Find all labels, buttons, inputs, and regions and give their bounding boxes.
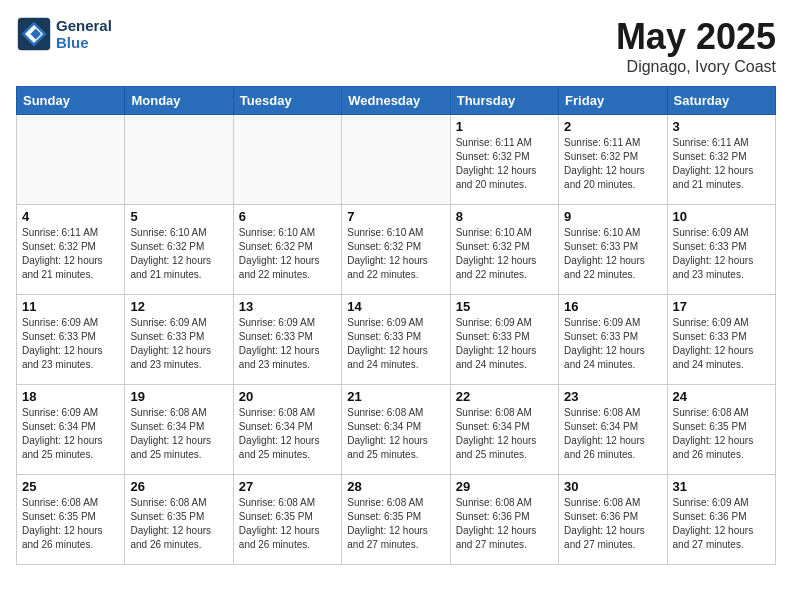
day-info: Sunrise: 6:08 AM Sunset: 6:34 PM Dayligh…: [564, 406, 661, 462]
calendar-cell: [17, 115, 125, 205]
day-number: 5: [130, 209, 227, 224]
weekday-header-row: SundayMondayTuesdayWednesdayThursdayFrid…: [17, 87, 776, 115]
calendar-cell: 26Sunrise: 6:08 AM Sunset: 6:35 PM Dayli…: [125, 475, 233, 565]
calendar-cell: 10Sunrise: 6:09 AM Sunset: 6:33 PM Dayli…: [667, 205, 775, 295]
calendar-cell: 25Sunrise: 6:08 AM Sunset: 6:35 PM Dayli…: [17, 475, 125, 565]
calendar-cell: 13Sunrise: 6:09 AM Sunset: 6:33 PM Dayli…: [233, 295, 341, 385]
day-number: 22: [456, 389, 553, 404]
calendar-cell: 24Sunrise: 6:08 AM Sunset: 6:35 PM Dayli…: [667, 385, 775, 475]
weekday-header-monday: Monday: [125, 87, 233, 115]
calendar-cell: 27Sunrise: 6:08 AM Sunset: 6:35 PM Dayli…: [233, 475, 341, 565]
day-number: 28: [347, 479, 444, 494]
day-info: Sunrise: 6:08 AM Sunset: 6:35 PM Dayligh…: [130, 496, 227, 552]
day-number: 4: [22, 209, 119, 224]
day-number: 23: [564, 389, 661, 404]
logo-icon: [16, 16, 52, 52]
calendar-week-2: 4Sunrise: 6:11 AM Sunset: 6:32 PM Daylig…: [17, 205, 776, 295]
weekday-header-wednesday: Wednesday: [342, 87, 450, 115]
calendar-cell: 30Sunrise: 6:08 AM Sunset: 6:36 PM Dayli…: [559, 475, 667, 565]
calendar-table: SundayMondayTuesdayWednesdayThursdayFrid…: [16, 86, 776, 565]
day-info: Sunrise: 6:11 AM Sunset: 6:32 PM Dayligh…: [564, 136, 661, 192]
day-number: 6: [239, 209, 336, 224]
day-number: 17: [673, 299, 770, 314]
day-info: Sunrise: 6:10 AM Sunset: 6:33 PM Dayligh…: [564, 226, 661, 282]
day-number: 9: [564, 209, 661, 224]
day-number: 11: [22, 299, 119, 314]
day-number: 15: [456, 299, 553, 314]
day-info: Sunrise: 6:10 AM Sunset: 6:32 PM Dayligh…: [239, 226, 336, 282]
day-info: Sunrise: 6:10 AM Sunset: 6:32 PM Dayligh…: [347, 226, 444, 282]
day-info: Sunrise: 6:08 AM Sunset: 6:35 PM Dayligh…: [347, 496, 444, 552]
day-number: 12: [130, 299, 227, 314]
day-number: 8: [456, 209, 553, 224]
day-info: Sunrise: 6:09 AM Sunset: 6:33 PM Dayligh…: [347, 316, 444, 372]
day-info: Sunrise: 6:09 AM Sunset: 6:33 PM Dayligh…: [564, 316, 661, 372]
calendar-cell: 1Sunrise: 6:11 AM Sunset: 6:32 PM Daylig…: [450, 115, 558, 205]
day-number: 20: [239, 389, 336, 404]
calendar-cell: 23Sunrise: 6:08 AM Sunset: 6:34 PM Dayli…: [559, 385, 667, 475]
calendar-cell: 3Sunrise: 6:11 AM Sunset: 6:32 PM Daylig…: [667, 115, 775, 205]
calendar-cell: 16Sunrise: 6:09 AM Sunset: 6:33 PM Dayli…: [559, 295, 667, 385]
calendar-cell: 31Sunrise: 6:09 AM Sunset: 6:36 PM Dayli…: [667, 475, 775, 565]
day-info: Sunrise: 6:08 AM Sunset: 6:35 PM Dayligh…: [673, 406, 770, 462]
title-block: May 2025 Dignago, Ivory Coast: [616, 16, 776, 76]
weekday-header-friday: Friday: [559, 87, 667, 115]
calendar-cell: [125, 115, 233, 205]
calendar-cell: 20Sunrise: 6:08 AM Sunset: 6:34 PM Dayli…: [233, 385, 341, 475]
day-info: Sunrise: 6:09 AM Sunset: 6:33 PM Dayligh…: [456, 316, 553, 372]
day-info: Sunrise: 6:11 AM Sunset: 6:32 PM Dayligh…: [673, 136, 770, 192]
day-number: 31: [673, 479, 770, 494]
calendar-cell: 15Sunrise: 6:09 AM Sunset: 6:33 PM Dayli…: [450, 295, 558, 385]
calendar-cell: [233, 115, 341, 205]
calendar-cell: 29Sunrise: 6:08 AM Sunset: 6:36 PM Dayli…: [450, 475, 558, 565]
calendar-cell: 19Sunrise: 6:08 AM Sunset: 6:34 PM Dayli…: [125, 385, 233, 475]
day-info: Sunrise: 6:08 AM Sunset: 6:36 PM Dayligh…: [456, 496, 553, 552]
month-title: May 2025: [616, 16, 776, 58]
day-number: 2: [564, 119, 661, 134]
day-info: Sunrise: 6:08 AM Sunset: 6:35 PM Dayligh…: [22, 496, 119, 552]
day-number: 30: [564, 479, 661, 494]
calendar-cell: 7Sunrise: 6:10 AM Sunset: 6:32 PM Daylig…: [342, 205, 450, 295]
calendar-cell: 5Sunrise: 6:10 AM Sunset: 6:32 PM Daylig…: [125, 205, 233, 295]
day-number: 1: [456, 119, 553, 134]
calendar-cell: 22Sunrise: 6:08 AM Sunset: 6:34 PM Dayli…: [450, 385, 558, 475]
page-header: General Blue May 2025 Dignago, Ivory Coa…: [16, 16, 776, 76]
day-number: 25: [22, 479, 119, 494]
day-number: 7: [347, 209, 444, 224]
day-info: Sunrise: 6:11 AM Sunset: 6:32 PM Dayligh…: [456, 136, 553, 192]
day-info: Sunrise: 6:09 AM Sunset: 6:33 PM Dayligh…: [239, 316, 336, 372]
day-info: Sunrise: 6:09 AM Sunset: 6:33 PM Dayligh…: [673, 226, 770, 282]
logo: General Blue: [16, 16, 112, 52]
day-number: 26: [130, 479, 227, 494]
day-number: 19: [130, 389, 227, 404]
calendar-cell: 21Sunrise: 6:08 AM Sunset: 6:34 PM Dayli…: [342, 385, 450, 475]
calendar-cell: 18Sunrise: 6:09 AM Sunset: 6:34 PM Dayli…: [17, 385, 125, 475]
calendar-cell: 14Sunrise: 6:09 AM Sunset: 6:33 PM Dayli…: [342, 295, 450, 385]
day-info: Sunrise: 6:08 AM Sunset: 6:36 PM Dayligh…: [564, 496, 661, 552]
day-number: 14: [347, 299, 444, 314]
calendar-cell: 28Sunrise: 6:08 AM Sunset: 6:35 PM Dayli…: [342, 475, 450, 565]
day-info: Sunrise: 6:08 AM Sunset: 6:34 PM Dayligh…: [456, 406, 553, 462]
day-number: 29: [456, 479, 553, 494]
calendar-week-4: 18Sunrise: 6:09 AM Sunset: 6:34 PM Dayli…: [17, 385, 776, 475]
weekday-header-sunday: Sunday: [17, 87, 125, 115]
day-info: Sunrise: 6:08 AM Sunset: 6:34 PM Dayligh…: [347, 406, 444, 462]
weekday-header-tuesday: Tuesday: [233, 87, 341, 115]
day-info: Sunrise: 6:10 AM Sunset: 6:32 PM Dayligh…: [456, 226, 553, 282]
day-number: 27: [239, 479, 336, 494]
day-number: 24: [673, 389, 770, 404]
weekday-header-thursday: Thursday: [450, 87, 558, 115]
day-number: 16: [564, 299, 661, 314]
calendar-cell: 2Sunrise: 6:11 AM Sunset: 6:32 PM Daylig…: [559, 115, 667, 205]
day-info: Sunrise: 6:08 AM Sunset: 6:35 PM Dayligh…: [239, 496, 336, 552]
calendar-cell: 8Sunrise: 6:10 AM Sunset: 6:32 PM Daylig…: [450, 205, 558, 295]
calendar-cell: 6Sunrise: 6:10 AM Sunset: 6:32 PM Daylig…: [233, 205, 341, 295]
day-number: 18: [22, 389, 119, 404]
calendar-cell: [342, 115, 450, 205]
day-info: Sunrise: 6:09 AM Sunset: 6:33 PM Dayligh…: [22, 316, 119, 372]
calendar-week-1: 1Sunrise: 6:11 AM Sunset: 6:32 PM Daylig…: [17, 115, 776, 205]
calendar-cell: 9Sunrise: 6:10 AM Sunset: 6:33 PM Daylig…: [559, 205, 667, 295]
day-info: Sunrise: 6:09 AM Sunset: 6:36 PM Dayligh…: [673, 496, 770, 552]
day-number: 21: [347, 389, 444, 404]
day-info: Sunrise: 6:09 AM Sunset: 6:33 PM Dayligh…: [673, 316, 770, 372]
